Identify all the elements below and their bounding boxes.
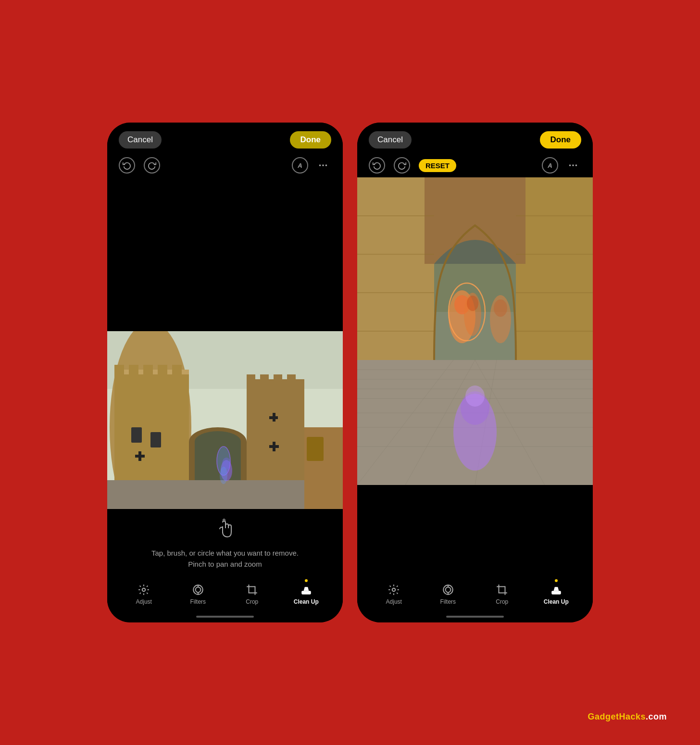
crop-icon-left (245, 583, 259, 596)
svg-rect-20 (131, 427, 142, 443)
castle-image-right (357, 177, 593, 485)
svg-rect-9 (129, 365, 138, 374)
svg-point-84 (465, 385, 485, 407)
photo-right (357, 177, 593, 485)
filters-icon-right (441, 583, 455, 596)
svg-rect-90 (551, 591, 561, 595)
svg-rect-19 (135, 455, 145, 458)
toolbar-cleanup-left[interactable]: Clean Up (289, 583, 323, 605)
adjust-icon-right (387, 583, 400, 596)
svg-rect-25 (269, 416, 278, 419)
watermark: GadgetHacks.com (588, 712, 667, 722)
toolbar-adjust-right[interactable]: Adjust (377, 583, 411, 605)
bottom-toolbar-right: Adjust Filters (357, 579, 593, 613)
filters-label-right: Filters (440, 598, 456, 605)
toolbar-cleanup-right[interactable]: Clean Up (539, 583, 573, 605)
svg-rect-11 (158, 365, 167, 374)
svg-point-38 (142, 588, 146, 592)
outer-container: Cancel Done (16, 14, 684, 731)
phone-right: Cancel Done (357, 123, 593, 622)
cancel-button-right[interactable]: Cancel (369, 131, 412, 149)
undo-button-right[interactable] (369, 157, 385, 174)
auto-button-left[interactable]: A (292, 157, 308, 174)
svg-rect-17 (287, 374, 296, 383)
svg-point-0 (319, 164, 321, 166)
home-indicator-right (357, 613, 593, 622)
svg-rect-23 (269, 445, 279, 448)
adjust-label-left: Adjust (136, 598, 152, 605)
svg-rect-12 (172, 365, 182, 374)
home-bar-left (196, 616, 254, 618)
svg-point-40 (195, 587, 200, 593)
svg-point-37 (223, 519, 225, 521)
done-button-right[interactable]: Done (540, 131, 582, 149)
svg-point-45 (569, 164, 571, 166)
adjust-icon-left (137, 583, 150, 596)
icon-bar-left: A (107, 154, 343, 177)
filters-label-left: Filters (190, 598, 206, 605)
cancel-button-left[interactable]: Cancel (119, 131, 162, 149)
svg-rect-10 (143, 365, 153, 374)
cleanup-label-right: Clean Up (544, 598, 569, 605)
home-bar-right (446, 616, 504, 618)
reset-button-right[interactable]: RESET (419, 159, 456, 172)
home-indicator-left (107, 613, 343, 622)
instruction-area: Tap, brush, or circle what you want to r… (107, 509, 343, 579)
done-button-left[interactable]: Done (290, 131, 332, 149)
svg-point-85 (392, 588, 396, 592)
svg-rect-21 (150, 432, 161, 447)
svg-rect-14 (247, 374, 255, 383)
cleanup-icon-left (300, 583, 313, 596)
adjust-label-right: Adjust (386, 598, 402, 605)
svg-point-2 (325, 164, 327, 166)
hand-icon (215, 519, 235, 543)
toolbar-adjust-left[interactable]: Adjust (127, 583, 161, 605)
svg-point-47 (575, 164, 577, 166)
redo-button-left[interactable] (144, 157, 160, 174)
top-bar-left: Cancel Done (107, 123, 343, 154)
svg-rect-91 (555, 587, 558, 589)
active-dot-left (305, 579, 308, 582)
undo-button-left[interactable] (119, 157, 135, 174)
active-dot-right (555, 579, 558, 582)
crop-label-right: Crop (496, 598, 508, 605)
svg-point-78 (467, 296, 478, 311)
crop-label-left: Crop (246, 598, 258, 605)
phone-left: Cancel Done (107, 123, 343, 622)
svg-point-81 (494, 299, 507, 317)
toolbar-crop-right[interactable]: Crop (485, 583, 519, 605)
svg-rect-43 (301, 591, 311, 595)
icon-bar-right: RESET A (357, 154, 593, 177)
svg-rect-15 (260, 374, 269, 383)
filters-icon-left (191, 583, 205, 596)
bottom-toolbar-left: Adjust Filters (107, 579, 343, 613)
photo-left (107, 331, 343, 509)
instruction-text: Tap, brush, or circle what you want to r… (151, 548, 299, 570)
phones-row: Cancel Done (107, 123, 593, 622)
svg-point-87 (445, 587, 450, 593)
svg-rect-32 (307, 437, 324, 461)
svg-rect-16 (274, 374, 282, 383)
more-button-left[interactable] (315, 157, 331, 174)
crop-icon-right (495, 583, 509, 596)
svg-point-1 (322, 164, 324, 166)
svg-point-46 (572, 164, 574, 166)
toolbar-filters-right[interactable]: Filters (431, 583, 465, 605)
castle-image-left (107, 331, 343, 509)
cleanup-label-left: Clean Up (294, 598, 319, 605)
svg-rect-8 (114, 365, 124, 374)
redo-button-right[interactable] (394, 157, 410, 174)
black-bottom-right (357, 485, 593, 579)
more-button-right[interactable] (565, 157, 581, 174)
toolbar-filters-left[interactable]: Filters (181, 583, 215, 605)
svg-rect-44 (305, 587, 308, 589)
toolbar-crop-left[interactable]: Crop (235, 583, 269, 605)
svg-point-36 (220, 467, 227, 484)
top-bar-right: Cancel Done (357, 123, 593, 154)
cleanup-icon-right (550, 583, 563, 596)
auto-button-right[interactable]: A (542, 157, 558, 174)
black-top-left (107, 177, 343, 331)
